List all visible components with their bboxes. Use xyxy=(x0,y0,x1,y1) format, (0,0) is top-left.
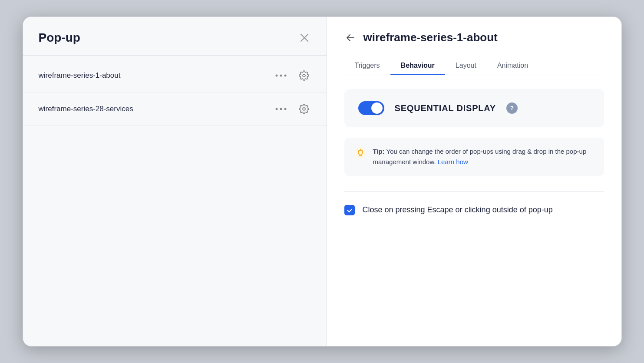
tip-bold-label: Tip: xyxy=(373,148,385,155)
section-divider xyxy=(344,191,604,192)
svg-point-3 xyxy=(280,75,282,77)
tab-behaviour[interactable]: Behaviour xyxy=(390,56,445,75)
svg-point-6 xyxy=(280,108,282,110)
svg-point-2 xyxy=(275,75,277,77)
sequential-display-label: SEQUENTIAL DISPLAY xyxy=(395,103,496,113)
tip-box: Tip: You can change the order of pop-ups… xyxy=(344,138,604,176)
tab-triggers[interactable]: Triggers xyxy=(344,56,390,75)
panel-title: Pop-up xyxy=(39,31,80,45)
svg-point-7 xyxy=(284,108,286,110)
help-icon[interactable]: ? xyxy=(506,102,518,114)
sequential-display-toggle[interactable] xyxy=(358,101,384,115)
sequential-display-card: SEQUENTIAL DISPLAY ? xyxy=(344,89,604,127)
back-button[interactable] xyxy=(344,32,357,43)
dots-menu-button-1[interactable] xyxy=(274,72,288,79)
close-on-escape-checkbox[interactable] xyxy=(344,205,355,215)
svg-point-4 xyxy=(284,75,286,77)
close-on-escape-label: Close on pressing Escape or clicking out… xyxy=(363,204,553,216)
tabs-row: Triggers Behaviour Layout Animation xyxy=(344,56,604,75)
svg-line-12 xyxy=(358,150,358,150)
dots-menu-button-2[interactable] xyxy=(274,106,288,112)
tip-text: Tip: You can change the order of pop-ups… xyxy=(373,146,594,167)
toggle-knob xyxy=(371,102,383,114)
modal-wrapper: Pop-up wireframe-series-1-about xyxy=(23,16,622,346)
popup-item-name-2: wireframe-series-28-services xyxy=(39,105,133,113)
left-panel: Pop-up wireframe-series-1-about xyxy=(23,17,327,346)
popup-item-2[interactable]: wireframe-series-28-services xyxy=(23,92,327,126)
left-header: Pop-up xyxy=(23,17,327,55)
right-panel: wireframe-series-1-about Triggers Behavi… xyxy=(327,17,621,346)
close-on-escape-option: Close on pressing Escape or clicking out… xyxy=(344,204,604,216)
popup-item-name-1: wireframe-series-1-about xyxy=(39,71,121,80)
tip-lightbulb-icon xyxy=(355,147,366,161)
popup-item-1[interactable]: wireframe-series-1-about xyxy=(23,59,327,92)
tip-learn-how-link[interactable]: Learn how xyxy=(438,158,468,165)
tab-layout[interactable]: Layout xyxy=(445,56,487,75)
tip-body-text: You can change the order of pop-ups usin… xyxy=(373,148,587,165)
right-panel-title: wireframe-series-1-about xyxy=(363,31,498,44)
close-button[interactable] xyxy=(298,31,311,44)
gear-settings-button-1[interactable] xyxy=(297,69,311,82)
svg-line-13 xyxy=(363,150,363,150)
popup-list: wireframe-series-1-about xyxy=(23,56,327,346)
popup-item-actions-2 xyxy=(274,102,311,116)
right-header: wireframe-series-1-about xyxy=(344,31,604,44)
gear-settings-button-2[interactable] xyxy=(297,102,311,116)
svg-point-5 xyxy=(275,108,277,110)
popup-item-actions-1 xyxy=(274,69,311,82)
tab-animation[interactable]: Animation xyxy=(487,56,538,75)
